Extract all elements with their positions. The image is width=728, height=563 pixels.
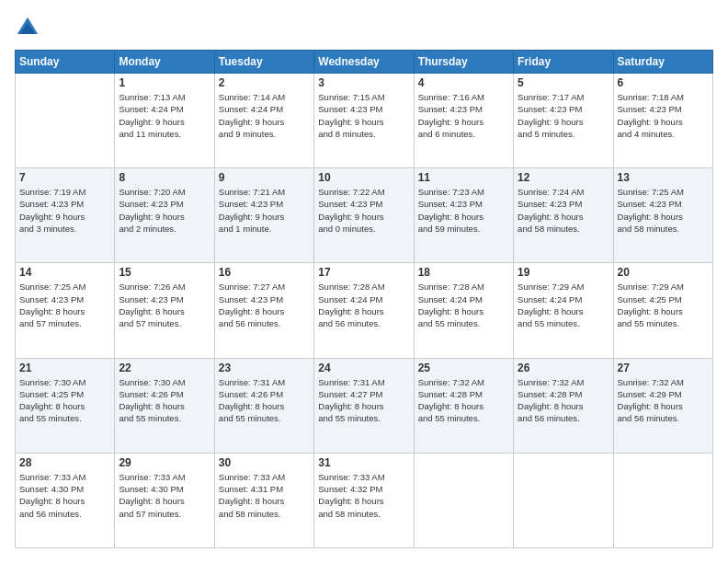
day-info: Sunrise: 7:30 AMSunset: 4:25 PMDaylight:…: [19, 376, 110, 425]
calendar-cell: 8Sunrise: 7:20 AMSunset: 4:23 PMDaylight…: [115, 168, 214, 263]
header: [15, 15, 713, 40]
day-info: Sunrise: 7:20 AMSunset: 4:23 PMDaylight:…: [119, 186, 210, 235]
calendar-cell: 1Sunrise: 7:13 AMSunset: 4:24 PMDaylight…: [115, 74, 214, 168]
calendar-cell: 19Sunrise: 7:29 AMSunset: 4:24 PMDayligh…: [514, 263, 613, 358]
day-info: Sunrise: 7:29 AMSunset: 4:24 PMDaylight:…: [518, 281, 609, 329]
day-number: 15: [119, 266, 210, 279]
day-info: Sunrise: 7:27 AMSunset: 4:23 PMDaylight:…: [219, 281, 310, 329]
col-header-saturday: Saturday: [613, 51, 712, 74]
calendar-cell: [613, 453, 712, 547]
day-info: Sunrise: 7:14 AMSunset: 4:24 PMDaylight:…: [219, 91, 310, 140]
day-info: Sunrise: 7:21 AMSunset: 4:23 PMDaylight:…: [219, 186, 310, 235]
day-info: Sunrise: 7:28 AMSunset: 4:24 PMDaylight:…: [418, 281, 509, 329]
calendar-week-2: 7Sunrise: 7:19 AMSunset: 4:23 PMDaylight…: [16, 168, 713, 263]
calendar-cell: 4Sunrise: 7:16 AMSunset: 4:23 PMDaylight…: [414, 74, 513, 168]
calendar-cell: 27Sunrise: 7:32 AMSunset: 4:29 PMDayligh…: [613, 358, 712, 453]
calendar-week-1: 1Sunrise: 7:13 AMSunset: 4:24 PMDaylight…: [16, 74, 713, 168]
calendar-cell: 23Sunrise: 7:31 AMSunset: 4:26 PMDayligh…: [214, 358, 313, 453]
day-info: Sunrise: 7:31 AMSunset: 4:27 PMDaylight:…: [318, 376, 409, 425]
calendar-cell: 2Sunrise: 7:14 AMSunset: 4:24 PMDaylight…: [214, 74, 313, 168]
day-info: Sunrise: 7:33 AMSunset: 4:31 PMDaylight:…: [219, 471, 310, 520]
calendar-cell: [514, 453, 613, 547]
calendar-week-5: 28Sunrise: 7:33 AMSunset: 4:30 PMDayligh…: [16, 453, 713, 547]
day-number: 5: [518, 76, 609, 89]
day-info: Sunrise: 7:30 AMSunset: 4:26 PMDaylight:…: [119, 376, 210, 425]
calendar-cell: 15Sunrise: 7:26 AMSunset: 4:23 PMDayligh…: [115, 263, 214, 358]
day-number: 10: [318, 171, 409, 184]
day-info: Sunrise: 7:25 AMSunset: 4:23 PMDaylight:…: [19, 281, 110, 329]
day-number: 12: [518, 171, 609, 184]
calendar-cell: 26Sunrise: 7:32 AMSunset: 4:28 PMDayligh…: [514, 358, 613, 453]
day-number: 23: [219, 362, 310, 374]
day-info: Sunrise: 7:32 AMSunset: 4:29 PMDaylight:…: [618, 376, 709, 425]
calendar-table: SundayMondayTuesdayWednesdayThursdayFrid…: [15, 50, 713, 548]
day-number: 30: [219, 456, 310, 469]
day-number: 9: [219, 171, 310, 184]
day-info: Sunrise: 7:32 AMSunset: 4:28 PMDaylight:…: [518, 376, 609, 425]
day-info: Sunrise: 7:17 AMSunset: 4:23 PMDaylight:…: [518, 91, 609, 140]
day-info: Sunrise: 7:18 AMSunset: 4:23 PMDaylight:…: [618, 91, 709, 140]
day-number: 14: [19, 266, 110, 279]
day-number: 26: [518, 362, 609, 374]
day-number: 27: [618, 362, 709, 374]
day-info: Sunrise: 7:33 AMSunset: 4:30 PMDaylight:…: [19, 471, 110, 520]
day-number: 22: [119, 362, 210, 374]
calendar-cell: 16Sunrise: 7:27 AMSunset: 4:23 PMDayligh…: [214, 263, 313, 358]
logo-icon: [15, 15, 40, 40]
calendar-cell: 13Sunrise: 7:25 AMSunset: 4:23 PMDayligh…: [613, 168, 712, 263]
day-info: Sunrise: 7:13 AMSunset: 4:24 PMDaylight:…: [119, 91, 210, 140]
day-number: 6: [618, 76, 709, 89]
calendar-cell: [414, 453, 513, 547]
day-number: 28: [19, 456, 110, 469]
day-number: 25: [418, 362, 509, 374]
calendar-cell: 17Sunrise: 7:28 AMSunset: 4:24 PMDayligh…: [314, 263, 414, 358]
day-info: Sunrise: 7:19 AMSunset: 4:23 PMDaylight:…: [19, 186, 110, 235]
day-info: Sunrise: 7:33 AMSunset: 4:30 PMDaylight:…: [119, 471, 210, 520]
calendar-cell: 7Sunrise: 7:19 AMSunset: 4:23 PMDaylight…: [16, 168, 115, 263]
day-info: Sunrise: 7:23 AMSunset: 4:23 PMDaylight:…: [418, 186, 509, 235]
day-number: 19: [518, 266, 609, 279]
day-number: 7: [19, 171, 110, 184]
day-number: 18: [418, 266, 509, 279]
day-number: 24: [318, 362, 409, 374]
calendar-cell: 18Sunrise: 7:28 AMSunset: 4:24 PMDayligh…: [414, 263, 513, 358]
day-info: Sunrise: 7:24 AMSunset: 4:23 PMDaylight:…: [518, 186, 609, 235]
day-info: Sunrise: 7:29 AMSunset: 4:25 PMDaylight:…: [618, 281, 709, 329]
day-info: Sunrise: 7:15 AMSunset: 4:23 PMDaylight:…: [318, 91, 409, 140]
col-header-friday: Friday: [514, 51, 613, 74]
calendar-header-row: SundayMondayTuesdayWednesdayThursdayFrid…: [16, 51, 713, 74]
day-number: 4: [418, 76, 509, 89]
day-number: 8: [119, 171, 210, 184]
calendar-cell: 31Sunrise: 7:33 AMSunset: 4:32 PMDayligh…: [314, 453, 414, 547]
col-header-monday: Monday: [115, 51, 214, 74]
calendar-cell: 25Sunrise: 7:32 AMSunset: 4:28 PMDayligh…: [414, 358, 513, 453]
calendar-cell: 21Sunrise: 7:30 AMSunset: 4:25 PMDayligh…: [16, 358, 115, 453]
day-info: Sunrise: 7:25 AMSunset: 4:23 PMDaylight:…: [618, 186, 709, 235]
day-number: 20: [618, 266, 709, 279]
calendar-cell: 24Sunrise: 7:31 AMSunset: 4:27 PMDayligh…: [314, 358, 414, 453]
calendar-cell: 10Sunrise: 7:22 AMSunset: 4:23 PMDayligh…: [314, 168, 414, 263]
day-number: 21: [19, 362, 110, 374]
logo: [15, 15, 44, 40]
day-info: Sunrise: 7:22 AMSunset: 4:23 PMDaylight:…: [318, 186, 409, 235]
col-header-tuesday: Tuesday: [214, 51, 313, 74]
col-header-thursday: Thursday: [414, 51, 513, 74]
calendar-cell: 11Sunrise: 7:23 AMSunset: 4:23 PMDayligh…: [414, 168, 513, 263]
day-number: 16: [219, 266, 310, 279]
calendar-cell: 14Sunrise: 7:25 AMSunset: 4:23 PMDayligh…: [16, 263, 115, 358]
col-header-wednesday: Wednesday: [314, 51, 414, 74]
day-number: 17: [318, 266, 409, 279]
calendar-cell: 5Sunrise: 7:17 AMSunset: 4:23 PMDaylight…: [514, 74, 613, 168]
col-header-sunday: Sunday: [16, 51, 115, 74]
calendar-cell: 20Sunrise: 7:29 AMSunset: 4:25 PMDayligh…: [613, 263, 712, 358]
calendar-cell: 28Sunrise: 7:33 AMSunset: 4:30 PMDayligh…: [16, 453, 115, 547]
day-info: Sunrise: 7:33 AMSunset: 4:32 PMDaylight:…: [318, 471, 409, 520]
day-number: 1: [119, 76, 210, 89]
calendar-cell: 29Sunrise: 7:33 AMSunset: 4:30 PMDayligh…: [115, 453, 214, 547]
calendar-cell: 9Sunrise: 7:21 AMSunset: 4:23 PMDaylight…: [214, 168, 313, 263]
calendar-cell: 22Sunrise: 7:30 AMSunset: 4:26 PMDayligh…: [115, 358, 214, 453]
day-info: Sunrise: 7:32 AMSunset: 4:28 PMDaylight:…: [418, 376, 509, 425]
day-number: 29: [119, 456, 210, 469]
day-number: 3: [318, 76, 409, 89]
day-number: 11: [418, 171, 509, 184]
